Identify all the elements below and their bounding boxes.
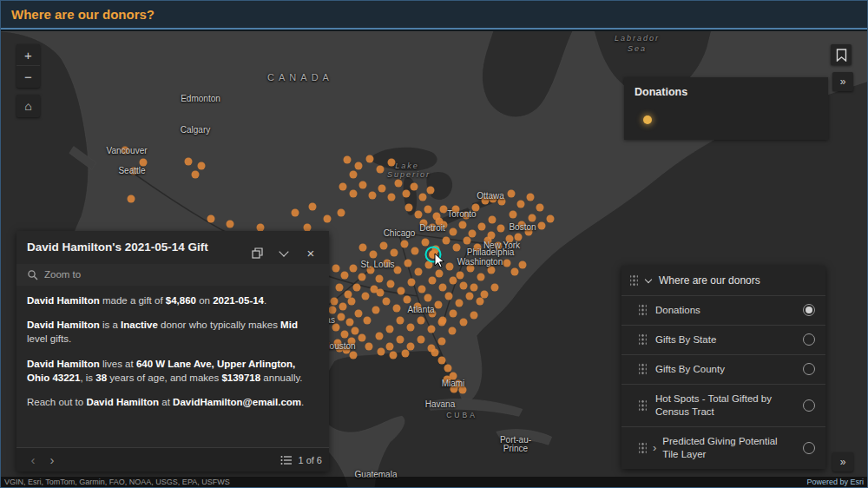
close-popup-button[interactable]: × [303, 245, 319, 260]
donation-dot[interactable] [367, 267, 375, 274]
donation-dot[interactable] [341, 331, 349, 339]
donation-dot[interactable] [378, 348, 385, 356]
donation-dot[interactable] [411, 183, 418, 191]
drag-handle-icon[interactable] [639, 399, 647, 412]
expand-panel-button-top[interactable]: » [832, 72, 853, 91]
donation-dot[interactable] [358, 334, 366, 342]
donation-dot[interactable] [407, 343, 415, 351]
donation-dot[interactable] [477, 274, 485, 281]
donation-dot[interactable] [404, 296, 411, 304]
donation-dot[interactable] [350, 190, 358, 198]
donation-dot[interactable] [450, 386, 458, 393]
selected-donation-dot[interactable] [429, 250, 437, 259]
donation-dot[interactable] [359, 244, 367, 252]
donation-dot[interactable] [503, 260, 511, 267]
donation-dot[interactable] [341, 272, 349, 280]
donation-dot[interactable] [192, 171, 200, 179]
donation-dot[interactable] [459, 221, 467, 229]
donation-dot[interactable] [348, 338, 356, 346]
donation-dot[interactable] [438, 319, 446, 326]
donation-dot[interactable] [128, 195, 135, 203]
donation-dot[interactable] [510, 211, 517, 219]
donation-dot[interactable] [547, 215, 555, 223]
donation-dot[interactable] [130, 168, 138, 175]
donation-dot[interactable] [450, 228, 457, 236]
donation-dot[interactable] [339, 303, 347, 311]
donation-dot[interactable] [336, 345, 344, 353]
donation-dot[interactable] [324, 215, 332, 223]
donation-dot[interactable] [497, 225, 505, 233]
donation-dot[interactable] [331, 298, 339, 306]
donation-dot[interactable] [364, 317, 372, 325]
layer-row-hot-spots-total-gifted-by-census-tract[interactable]: Hot Spots - Total Gifted by Census Tract [621, 384, 825, 426]
donation-dot[interactable] [376, 275, 384, 283]
donation-dot[interactable] [418, 286, 426, 293]
drag-handle-icon[interactable] [639, 442, 647, 454]
donation-dot[interactable] [506, 235, 514, 243]
donation-dot[interactable] [372, 307, 380, 314]
donation-dot[interactable] [292, 209, 299, 217]
donation-dot[interactable] [122, 147, 129, 155]
donation-dot[interactable] [344, 156, 352, 164]
donation-dot[interactable] [418, 317, 425, 325]
donation-dot[interactable] [338, 209, 345, 217]
donation-dot[interactable] [397, 336, 404, 344]
donation-dot[interactable] [350, 265, 358, 273]
donation-dot[interactable] [408, 279, 416, 287]
donation-dot[interactable] [460, 319, 468, 326]
donation-dot[interactable] [362, 293, 370, 300]
donation-dot[interactable] [358, 274, 366, 281]
donation-dot[interactable] [383, 298, 391, 306]
donation-dot[interactable] [380, 242, 388, 250]
donation-dot[interactable] [467, 265, 475, 273]
dock-button[interactable] [249, 245, 265, 260]
donation-dot[interactable] [518, 221, 526, 229]
donation-dot[interactable] [438, 357, 446, 365]
layer-row-gifts-by-county[interactable]: Gifts By County [621, 354, 825, 384]
donation-dot[interactable] [429, 310, 437, 318]
donation-dot[interactable] [428, 326, 436, 333]
donation-dot[interactable] [459, 386, 467, 394]
expand-chevron-icon[interactable]: › [653, 441, 656, 454]
donation-dot[interactable] [466, 293, 474, 300]
donation-dot[interactable] [511, 268, 519, 276]
donation-dot[interactable] [440, 206, 448, 214]
donation-dot[interactable] [355, 162, 363, 170]
donation-dot[interactable] [474, 244, 482, 252]
home-button[interactable]: ⌂ [16, 95, 40, 117]
donation-dot[interactable] [452, 206, 460, 214]
donation-dot[interactable] [415, 211, 423, 219]
donation-dot[interactable] [488, 267, 496, 274]
donation-dot[interactable] [390, 352, 398, 359]
donation-dot[interactable] [422, 239, 430, 247]
donation-dot[interactable] [472, 204, 480, 212]
donation-dot[interactable] [371, 286, 378, 293]
donation-dot[interactable] [498, 198, 506, 206]
donation-dot[interactable] [348, 298, 356, 306]
donation-dot[interactable] [450, 277, 457, 285]
donation-dot[interactable] [491, 284, 499, 292]
donation-dot[interactable] [457, 272, 464, 280]
drag-handle-icon[interactable] [639, 333, 647, 346]
donation-dot[interactable] [435, 301, 443, 309]
donation-dot[interactable] [427, 187, 435, 195]
donation-dot[interactable] [407, 324, 415, 332]
donation-dot[interactable] [227, 221, 234, 228]
layer-row-predicted-giving-potential-tile-layer[interactable]: ›Predicted Giving Potential Tile Layer [621, 426, 825, 469]
donation-dot[interactable] [339, 183, 347, 191]
donation-dot[interactable] [519, 261, 527, 269]
donation-dot[interactable] [355, 310, 363, 318]
zoom-out-button[interactable]: − [16, 66, 40, 88]
donation-dot[interactable] [376, 333, 384, 340]
donation-dot[interactable] [527, 194, 535, 201]
donation-dot[interactable] [477, 298, 484, 306]
donation-dot[interactable] [393, 305, 401, 313]
donation-dot[interactable] [446, 263, 454, 271]
donation-dot[interactable] [336, 284, 344, 292]
drag-handle-icon[interactable] [630, 274, 638, 287]
donation-dot[interactable] [424, 206, 432, 214]
donation-dot[interactable] [353, 284, 361, 292]
donation-dot[interactable] [377, 166, 385, 174]
donation-dot[interactable] [332, 324, 340, 332]
layer-visibility-radio[interactable] [803, 363, 815, 375]
